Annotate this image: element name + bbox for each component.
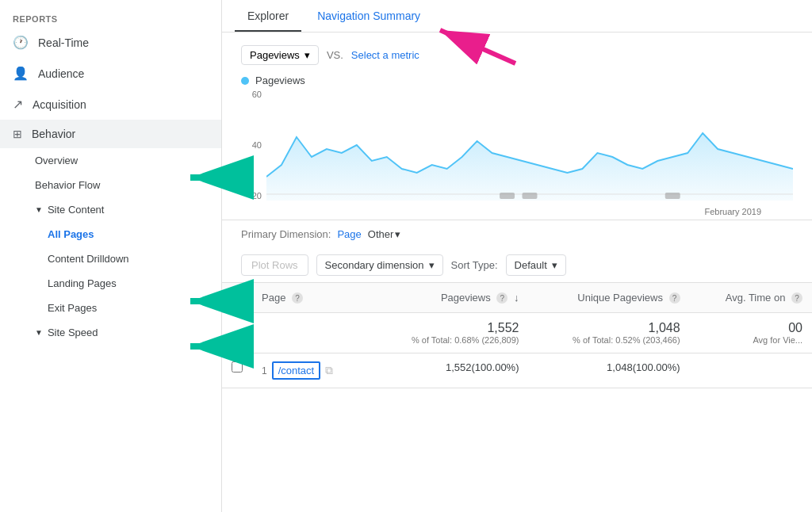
- col-pageviews-label: Pageviews: [441, 292, 491, 304]
- sidebar-item-behavior[interactable]: ⊞ Behavior: [0, 120, 221, 148]
- cell-pageviews-1: 1,552(100.00%): [367, 353, 528, 388]
- table-row: 1 /contact ⧉ 1,552(100.00%) 1,048(100.00…: [222, 353, 812, 388]
- reports-label: REPORTS: [0, 8, 221, 27]
- chart-svg: [266, 90, 793, 201]
- page-cell-content: 1 /contact ⧉: [262, 361, 358, 380]
- sidebar-item-audience[interactable]: 👤 Audience: [0, 58, 221, 89]
- primary-dim-page[interactable]: Page: [337, 228, 361, 240]
- chart-x-label: February 2019: [704, 207, 761, 216]
- totals-avg-sub: Avg for Vie...: [753, 335, 802, 345]
- sidebar-item-realtime[interactable]: 🕐 Real-Time: [0, 27, 221, 58]
- vs-label: VS.: [327, 49, 343, 61]
- other-dropdown-arrow: ▾: [395, 228, 400, 240]
- main-content: Explorer Navigation Summary Pageviews ▾ …: [222, 0, 812, 512]
- totals-pageviews-val: 1,552: [377, 321, 519, 335]
- dropdown-arrow-icon: ▾: [304, 49, 310, 61]
- tab-navigation-summary[interactable]: Navigation Summary: [304, 0, 433, 32]
- y-label-60: 60: [252, 90, 262, 99]
- y-label-20: 20: [252, 191, 262, 201]
- sidebar-item-all-pages[interactable]: All Pages: [48, 222, 221, 246]
- sidebar-section-site-speed[interactable]: ▼ Site Speed: [35, 320, 221, 345]
- avg-time-help-icon[interactable]: ?: [791, 292, 802, 304]
- totals-unique-pageviews: 1,048 % of Total: 0.52% (203,466): [529, 313, 690, 353]
- clock-icon: 🕐: [13, 35, 29, 50]
- cell-page-1: 1 /contact ⧉: [252, 353, 367, 388]
- primary-dimension-bar: Primary Dimension: Page Other ▾: [222, 220, 812, 248]
- chart-y-labels: 60 40 20: [241, 90, 265, 201]
- site-content-sub: All Pages Content Drilldown Landing Page…: [35, 222, 221, 320]
- svg-rect-1: [500, 193, 515, 199]
- chart-container: 60 40 20: [241, 90, 793, 216]
- totals-unique-sub: % of Total: 0.52% (203,466): [573, 335, 680, 345]
- totals-label: [252, 313, 367, 353]
- totals-row: 1,552 % of Total: 0.68% (226,809) 1,048 …: [222, 313, 812, 353]
- sidebar-item-label-audience: Audience: [38, 67, 84, 80]
- sort-type-arrow: ▾: [552, 259, 557, 271]
- sidebar-item-exit-pages[interactable]: Exit Pages: [48, 296, 221, 320]
- y-label-40: 40: [252, 140, 262, 150]
- col-pageviews: Pageviews ? ↓: [367, 283, 528, 313]
- secondary-dimension-label: Secondary dimension: [325, 259, 424, 271]
- select-metric-link[interactable]: Select a metric: [351, 49, 419, 61]
- chart-legend: Pageviews: [241, 75, 793, 86]
- sidebar-item-overview[interactable]: Overview: [35, 148, 221, 173]
- site-speed-label: Site Speed: [48, 327, 98, 338]
- col-avg-time: Avg. Time on ?: [690, 283, 812, 313]
- col-avg-time-label: Avg. Time on: [726, 292, 786, 304]
- site-content-label: Site Content: [48, 204, 105, 216]
- totals-pageviews: 1,552 % of Total: 0.68% (226,809): [367, 313, 528, 353]
- sidebar-item-acquisition[interactable]: ↗ Acquisition: [0, 89, 221, 120]
- row-checkbox-1[interactable]: [232, 361, 243, 373]
- unique-pageviews-help-icon[interactable]: ?: [669, 292, 680, 304]
- site-content-arrow: ▼: [35, 205, 43, 214]
- sort-type-value: Default: [515, 259, 547, 271]
- pageviews-help-icon[interactable]: ?: [496, 292, 508, 304]
- sidebar-item-landing-pages[interactable]: Landing Pages: [48, 271, 221, 296]
- primary-dim-label: Primary Dimension:: [241, 228, 331, 240]
- totals-unique-val: 1,048: [538, 321, 680, 335]
- page-link-1[interactable]: /contact: [272, 361, 321, 380]
- other-dropdown[interactable]: Other ▾: [368, 228, 401, 240]
- cell-avg-time-1: [690, 353, 812, 388]
- site-speed-arrow: ▼: [35, 328, 43, 337]
- sidebar-item-label-realtime: Real-Time: [38, 36, 89, 49]
- person-icon: 👤: [13, 66, 29, 81]
- select-all-checkbox[interactable]: [232, 291, 243, 302]
- sidebar-section-site-content[interactable]: ▼ Site Content: [35, 197, 221, 222]
- behavior-sub: Overview Behavior Flow ▼ Site Content Al…: [0, 148, 221, 345]
- svg-rect-2: [523, 193, 538, 199]
- tab-bar: Explorer Navigation Summary: [222, 0, 812, 32]
- sidebar: REPORTS 🕐 Real-Time 👤 Audience ↗ Acquisi…: [0, 0, 222, 512]
- plot-rows-button[interactable]: Plot Rows: [241, 254, 308, 276]
- metric-controls: Pageviews ▾ VS. Select a metric: [241, 45, 793, 65]
- sort-pageviews-icon[interactable]: ↓: [514, 292, 519, 304]
- sidebar-item-behavior-flow[interactable]: Behavior Flow: [35, 173, 221, 197]
- copy-icon-1[interactable]: ⧉: [325, 364, 333, 377]
- secondary-dimension-arrow: ▾: [429, 259, 435, 271]
- tab-explorer[interactable]: Explorer: [235, 0, 301, 32]
- legend-label-pageviews: Pageviews: [255, 75, 305, 86]
- sort-type-dropdown[interactable]: Default ▾: [506, 254, 566, 276]
- behavior-icon: ⊞: [13, 128, 22, 140]
- totals-avg-time: 00 Avg for Vie...: [690, 313, 812, 353]
- col-page-label: Page: [262, 292, 285, 304]
- chart-area: Pageviews ▾ VS. Select a metric Pageview…: [222, 32, 812, 216]
- legend-dot-pageviews: [241, 77, 249, 85]
- acquisition-icon: ↗: [13, 97, 23, 112]
- data-table: Page ? Pageviews ? ↓ Unique Pageviews ? …: [222, 283, 812, 388]
- pageviews-dropdown-label: Pageviews: [250, 49, 300, 61]
- col-page: Page ?: [252, 283, 367, 313]
- cell-unique-pageviews-1: 1,048(100.00%): [529, 353, 690, 388]
- secondary-dimension-dropdown[interactable]: Secondary dimension ▾: [316, 254, 443, 276]
- totals-pageviews-sub: % of Total: 0.68% (226,809): [412, 335, 519, 345]
- svg-rect-3: [665, 193, 680, 199]
- table-toolbar: Plot Rows Secondary dimension ▾ Sort Typ…: [222, 248, 812, 283]
- other-label: Other: [368, 228, 394, 240]
- sidebar-item-content-drilldown[interactable]: Content Drilldown: [48, 246, 221, 271]
- col-unique-pageviews: Unique Pageviews ?: [529, 283, 690, 313]
- sort-type-label: Sort Type:: [451, 259, 498, 271]
- page-help-icon[interactable]: ?: [292, 292, 303, 304]
- pageviews-dropdown[interactable]: Pageviews ▾: [241, 45, 319, 65]
- sidebar-item-label-behavior: Behavior: [32, 128, 75, 140]
- totals-avg-val: 00: [699, 321, 802, 335]
